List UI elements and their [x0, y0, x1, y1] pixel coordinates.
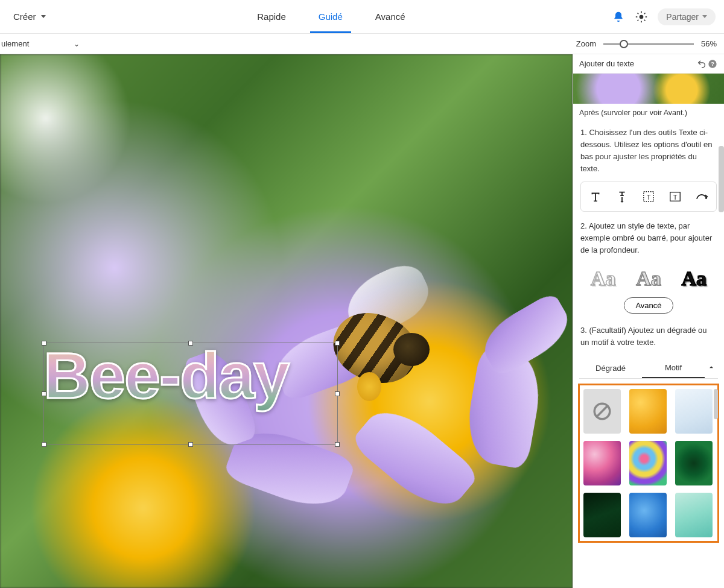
caret-down-icon: [702, 15, 707, 18]
panel-header: Ajouter du texte ?: [573, 54, 724, 74]
pattern-scrollbar[interactable]: [714, 389, 718, 419]
zoom-value: 56%: [701, 39, 717, 48]
collapse-chevron-icon[interactable]: [705, 363, 718, 374]
tab-guide[interactable]: Guidé: [316, 1, 345, 33]
text-tools-row: T T: [580, 182, 717, 212]
main-area: Bee-day Ajouter du texte ? Après (survol…: [0, 54, 724, 588]
text-style-2[interactable]: Aa: [636, 267, 661, 290]
bell-icon[interactable]: [612, 10, 625, 24]
zoom-label: Zoom: [576, 39, 596, 48]
svg-text:T: T: [647, 193, 651, 200]
text-on-path-tool-icon[interactable]: [692, 188, 711, 205]
pattern-swatch-6[interactable]: [583, 493, 621, 537]
top-bar: Créer Rapide Guidé Avancé Partager: [0, 0, 724, 34]
tab-rapide[interactable]: Rapide: [255, 1, 288, 33]
chevron-down-icon: ⌄: [74, 40, 80, 48]
zoom-thumb[interactable]: [620, 40, 628, 48]
step-2-text: 2. Ajoutez un style de texte, par exempl…: [573, 217, 724, 262]
text-style-1[interactable]: Aa: [591, 267, 616, 290]
pattern-grid: [578, 384, 719, 543]
panel-scrollbar-track[interactable]: [719, 74, 724, 588]
advanced-button[interactable]: Avancé: [624, 297, 673, 314]
svg-text:T: T: [673, 193, 678, 200]
sub-toolbar: ulement ⌄ Zoom 56%: [0, 34, 724, 54]
canvas: Bee-day: [0, 54, 573, 588]
svg-line-5: [638, 13, 639, 14]
step-3-text: 3. (Facultatif) Ajoutez un dégradé ou un…: [573, 321, 724, 355]
svg-line-7: [638, 19, 639, 21]
text-mask-tool-icon[interactable]: T: [665, 188, 685, 205]
caret-down-icon: [41, 15, 46, 18]
svg-point-0: [640, 14, 644, 19]
preview-thumbnail[interactable]: [573, 74, 724, 104]
brightness-icon[interactable]: [635, 10, 648, 24]
zoom-slider[interactable]: [603, 39, 694, 49]
pattern-swatch-2[interactable]: [675, 389, 713, 434]
share-dropdown[interactable]: Partager: [658, 8, 716, 25]
horizontal-text-tool-icon[interactable]: [586, 188, 605, 205]
tab-pattern[interactable]: Motif: [642, 358, 705, 378]
preview-caption: Après (survoler pour voir Avant.): [573, 104, 724, 123]
overlay-text: Bee-day: [43, 338, 288, 413]
pattern-swatch-7[interactable]: [629, 493, 667, 537]
mode-tabs: Rapide Guidé Avancé: [51, 1, 612, 33]
text-overlay[interactable]: Bee-day: [43, 338, 288, 413]
tab-gradient[interactable]: Dégradé: [579, 359, 642, 378]
text-style-3[interactable]: Aa: [682, 267, 707, 290]
fill-tabs: Dégradé Motif: [579, 358, 718, 379]
step-1-text: 1. Choisissez l'un des outils Texte ci-d…: [573, 123, 724, 182]
vertical-text-tool-icon[interactable]: [612, 188, 632, 205]
svg-line-16: [596, 405, 608, 417]
pattern-swatch-1[interactable]: [629, 389, 667, 434]
zoom-controls: Zoom 56%: [576, 39, 724, 49]
tab-avance[interactable]: Avancé: [373, 1, 408, 33]
pattern-swatch-3[interactable]: [583, 441, 621, 485]
share-label: Partager: [666, 12, 699, 22]
svg-text:?: ?: [711, 61, 714, 67]
svg-line-6: [644, 19, 646, 21]
create-label: Créer: [13, 11, 36, 22]
canvas-viewport[interactable]: Bee-day: [0, 54, 573, 588]
zoom-track: [603, 43, 694, 45]
view-dropdown-label: ulement: [1, 39, 29, 48]
pattern-swatch-8[interactable]: [675, 493, 713, 537]
panel-scrollbar-thumb[interactable]: [719, 146, 724, 212]
flower-petals: [0, 54, 573, 588]
view-dropdown[interactable]: ulement ⌄: [1, 39, 80, 48]
text-style-presets: Aa Aa Aa: [573, 262, 724, 294]
panel-title: Ajouter du texte: [579, 59, 634, 68]
pattern-swatch-5[interactable]: [675, 441, 713, 485]
pattern-none[interactable]: [583, 389, 621, 434]
advanced-button-wrap: Avancé: [573, 294, 724, 321]
top-right-controls: Partager: [612, 8, 716, 25]
sub-left: ulement ⌄: [0, 39, 80, 48]
pattern-swatch-4[interactable]: [629, 441, 667, 485]
svg-line-8: [644, 13, 646, 14]
side-panel: Ajouter du texte ? Après (survoler pour …: [573, 54, 724, 588]
help-icon[interactable]: ?: [707, 57, 718, 71]
text-selection-tool-icon[interactable]: T: [639, 188, 658, 205]
create-dropdown[interactable]: Créer: [8, 8, 51, 25]
undo-icon[interactable]: [696, 57, 707, 71]
